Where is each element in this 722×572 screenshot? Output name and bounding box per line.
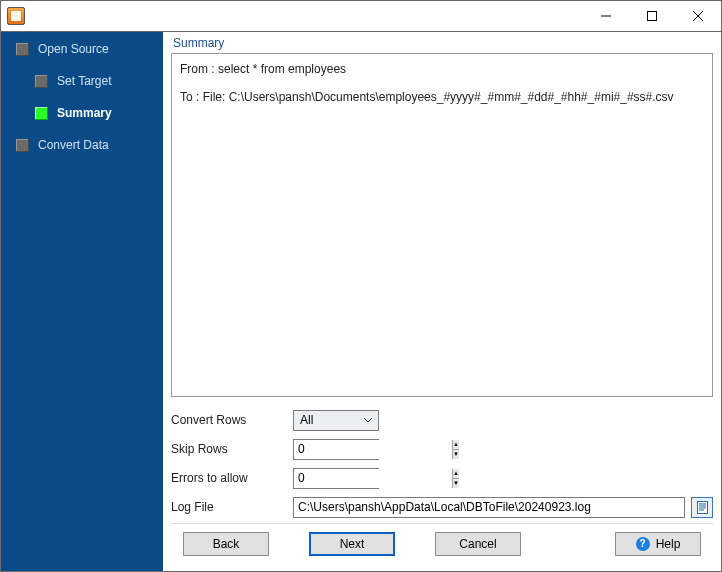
errors-spinner[interactable]: ▲ ▼: [293, 468, 379, 489]
step-summary[interactable]: Summary: [1, 102, 163, 124]
content-pane: Summary From : select * from employees T…: [163, 32, 721, 571]
step-open-source[interactable]: Open Source: [1, 38, 163, 60]
wizard-footer: Back Next Cancel ? Help: [171, 523, 713, 563]
step-label: Summary: [57, 106, 112, 120]
convert-rows-label: Convert Rows: [171, 413, 293, 427]
titlebar: [1, 1, 721, 31]
options-form: Convert Rows All Skip Rows ▲ ▼: [171, 407, 713, 523]
close-button[interactable]: [675, 1, 721, 31]
spinner-up-icon[interactable]: ▲: [453, 440, 459, 450]
step-label: Convert Data: [38, 138, 109, 152]
next-button[interactable]: Next: [309, 532, 395, 556]
browse-logfile-button[interactable]: [691, 497, 713, 518]
convert-rows-combobox[interactable]: All: [293, 410, 379, 431]
cancel-button-label: Cancel: [459, 537, 496, 551]
help-button-label: Help: [656, 537, 681, 551]
summary-textbox[interactable]: From : select * from employees To : File…: [171, 53, 713, 397]
help-button[interactable]: ? Help: [615, 532, 701, 556]
summary-to-line: To : File: C:\Users\pansh\Documents\empl…: [180, 88, 704, 106]
skip-rows-label: Skip Rows: [171, 442, 293, 456]
svg-rect-0: [648, 12, 657, 21]
app-window: Open Source Set Target Summary Convert D…: [0, 0, 722, 572]
skip-rows-spinner[interactable]: ▲ ▼: [293, 439, 379, 460]
step-set-target[interactable]: Set Target: [1, 70, 163, 92]
cancel-button[interactable]: Cancel: [435, 532, 521, 556]
spinner-up-icon[interactable]: ▲: [453, 469, 459, 479]
step-label: Set Target: [57, 74, 111, 88]
next-button-label: Next: [340, 537, 365, 551]
back-button-label: Back: [213, 537, 240, 551]
logfile-label: Log File: [171, 500, 293, 514]
step-indicator-icon: [35, 75, 48, 88]
step-label: Open Source: [38, 42, 109, 56]
back-button[interactable]: Back: [183, 532, 269, 556]
spinner-down-icon[interactable]: ▼: [453, 479, 459, 488]
help-icon: ?: [636, 537, 650, 551]
logfile-input[interactable]: [293, 497, 685, 518]
skip-rows-input[interactable]: [294, 440, 452, 459]
step-indicator-icon: [35, 107, 48, 120]
maximize-button[interactable]: [629, 1, 675, 31]
errors-input[interactable]: [294, 469, 452, 488]
wizard-sidebar: Open Source Set Target Summary Convert D…: [1, 32, 163, 571]
app-icon: [7, 7, 25, 25]
step-convert-data[interactable]: Convert Data: [1, 134, 163, 156]
convert-rows-value: All: [300, 413, 313, 427]
section-title: Summary: [171, 36, 713, 53]
summary-from-line: From : select * from employees: [180, 60, 704, 78]
step-indicator-icon: [16, 43, 29, 56]
spinner-down-icon[interactable]: ▼: [453, 450, 459, 459]
chevron-down-icon: [360, 412, 376, 428]
errors-label: Errors to allow: [171, 471, 293, 485]
step-indicator-icon: [16, 139, 29, 152]
minimize-button[interactable]: [583, 1, 629, 31]
document-icon: [696, 501, 709, 514]
